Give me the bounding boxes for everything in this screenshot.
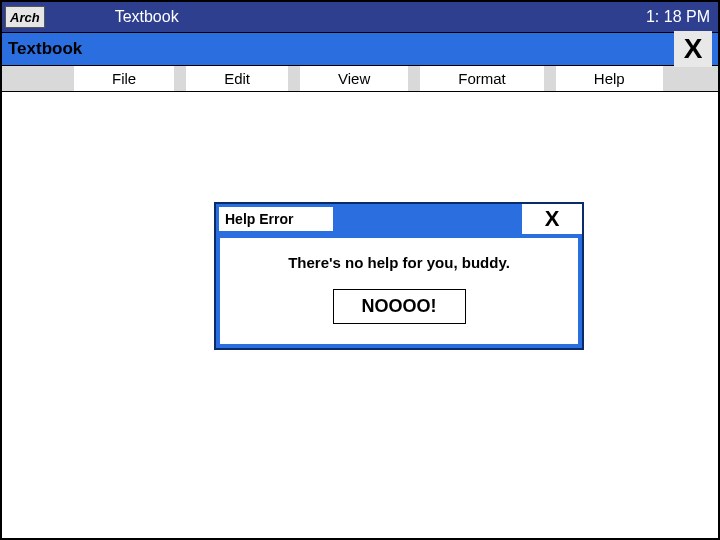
menu-spacer bbox=[663, 66, 718, 91]
app-logo: Arch bbox=[5, 6, 45, 28]
menu-format[interactable]: Format bbox=[420, 66, 544, 91]
document-header: Textbook X bbox=[2, 32, 718, 66]
menu-file[interactable]: File bbox=[74, 66, 174, 91]
close-button[interactable]: X bbox=[674, 31, 712, 67]
clock: 1: 18 PM bbox=[646, 8, 710, 26]
close-icon: X bbox=[545, 206, 560, 232]
menu-edit[interactable]: Edit bbox=[186, 66, 288, 91]
menu-spacer bbox=[2, 66, 74, 91]
dialog-title: Help Error bbox=[219, 207, 333, 231]
menu-gap bbox=[174, 66, 186, 91]
menu-gap bbox=[544, 66, 556, 91]
close-icon: X bbox=[684, 33, 703, 65]
menubar: File Edit View Format Help bbox=[2, 66, 718, 92]
menu-view[interactable]: View bbox=[300, 66, 408, 91]
app-window: Arch Textbook 1: 18 PM Textbook X File E… bbox=[0, 0, 720, 540]
document-title: Textbook bbox=[8, 39, 82, 59]
menu-gap bbox=[408, 66, 420, 91]
dialog-ok-button[interactable]: NOOOO! bbox=[333, 289, 466, 324]
titlebar: Arch Textbook 1: 18 PM bbox=[2, 2, 718, 32]
logo-text: Arch bbox=[10, 10, 40, 25]
window-title: Textbook bbox=[115, 8, 179, 26]
menu-gap bbox=[288, 66, 300, 91]
dialog-body: There's no help for you, buddy. NOOOO! bbox=[220, 238, 578, 344]
content-area: Help Error X There's no help for you, bu… bbox=[2, 92, 718, 536]
dialog-close-button[interactable]: X bbox=[520, 204, 582, 234]
dialog-titlebar: Help Error X bbox=[216, 204, 582, 234]
dialog-message: There's no help for you, buddy. bbox=[228, 254, 570, 271]
error-dialog: Help Error X There's no help for you, bu… bbox=[214, 202, 584, 350]
menu-help[interactable]: Help bbox=[556, 66, 663, 91]
